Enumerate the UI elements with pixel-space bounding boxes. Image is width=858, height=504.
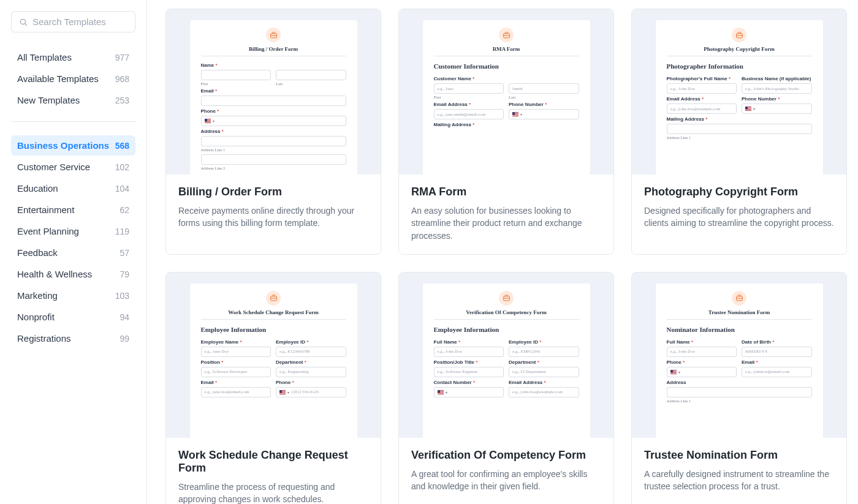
- form-field-label: Photographer's Full Name *: [667, 76, 737, 81]
- nav-item[interactable]: All Templates977: [11, 47, 135, 67]
- form-field-label: Mailing Address *: [667, 116, 812, 122]
- form-field-label: Business Name (if applicable): [742, 76, 812, 81]
- form-preview: Photography Copyright FormPhotographer I…: [656, 20, 823, 175]
- form-preview: Trustee Nomination FormNominator Informa…: [656, 284, 823, 438]
- form-field-label: Phone *: [276, 380, 346, 385]
- template-card[interactable]: Billing / Order FormName *FirstLastEmail…: [165, 9, 381, 255]
- form-field-label: Employee ID *: [276, 339, 346, 345]
- card-body: Verification Of Competency FormA great t…: [399, 438, 613, 504]
- nav-item[interactable]: Registrations99: [11, 328, 135, 348]
- template-card[interactable]: Photography Copyright FormPhotographer I…: [631, 9, 847, 255]
- briefcase-icon: [499, 28, 514, 42]
- form-field-input: ▾ (201) 555-0123: [276, 387, 346, 397]
- form-field-input: ▾: [434, 387, 504, 397]
- form-field-input: e.g., EMP12345: [509, 347, 579, 357]
- card-description: A carefully designed instrument to strea…: [644, 468, 834, 493]
- form-field-input: [201, 70, 271, 80]
- template-card[interactable]: RMA FormCustomer InformationCustomer Nam…: [398, 9, 614, 255]
- nav-item[interactable]: Education104: [11, 178, 135, 198]
- search-input[interactable]: [32, 17, 127, 27]
- form-field-input: e.g., John Doe: [667, 83, 737, 94]
- nav-item[interactable]: Customer Service102: [11, 157, 135, 177]
- card-title: RMA Form: [411, 186, 601, 198]
- briefcase-icon: [266, 28, 281, 42]
- form-field-sublabel: First: [434, 95, 504, 99]
- nav-item-count: 568: [115, 141, 129, 151]
- form-preview-section: Customer Information: [434, 62, 579, 70]
- card-body: RMA FormAn easy solution for businesses …: [399, 175, 613, 254]
- form-field-label: Email *: [201, 380, 271, 385]
- search-icon: [19, 17, 28, 27]
- form-field-input: [201, 96, 346, 106]
- nav-item[interactable]: Marketing103: [11, 285, 135, 306]
- nav-item[interactable]: Nonprofit94: [11, 307, 135, 327]
- nav-item[interactable]: Entertainment62: [11, 200, 135, 220]
- form-preview-title: Trustee Nomination Form: [667, 309, 812, 315]
- nav-item[interactable]: Available Templates968: [11, 69, 135, 89]
- form-field-input: e.g., John's Photography Studio: [742, 83, 812, 94]
- form-field-label: Employee Name *: [201, 339, 271, 345]
- form-field-input: e.g., jane.smith@email.com: [434, 109, 504, 119]
- form-field-label: Position/Job Title *: [434, 359, 504, 365]
- form-field-label: Date of Birth *: [742, 339, 812, 345]
- briefcase-icon: [732, 291, 746, 306]
- form-preview: Work Schedule Change Request FormEmploye…: [190, 284, 357, 438]
- card-title: Verification Of Competency Form: [411, 449, 601, 462]
- card-body: Billing / Order FormReceive payments onl…: [166, 175, 381, 242]
- nav-item-label: Feedback: [17, 247, 58, 258]
- nav-item[interactable]: Health & Wellness79: [11, 264, 135, 284]
- template-card[interactable]: Verification Of Competency FormEmployee …: [398, 272, 614, 504]
- template-card[interactable]: Work Schedule Change Request FormEmploye…: [165, 272, 381, 504]
- search-box[interactable]: [11, 11, 135, 32]
- briefcase-icon: [499, 291, 514, 306]
- card-description: Receive payments online directly through…: [178, 205, 368, 230]
- form-field-input: e.g., IT Department: [509, 367, 579, 377]
- card-description: Streamline the process of requesting and…: [178, 481, 368, 504]
- form-field-input: e.g., johndoe@email.com: [742, 367, 812, 377]
- form-field-label: Mailing Address *: [434, 122, 579, 127]
- form-field-input: e.g., john.doe@example.com: [667, 103, 737, 114]
- form-field-sublabel: Address Line 1: [201, 148, 346, 152]
- form-field-label: Phone *: [667, 359, 737, 365]
- form-preview: Verification Of Competency FormEmployee …: [423, 284, 590, 438]
- form-field-input: Smith: [509, 83, 579, 94]
- sidebar: All Templates977Available Templates968Ne…: [0, 0, 147, 504]
- form-field-input: ▾: [742, 103, 812, 114]
- form-preview-title: Verification Of Competency Form: [434, 309, 579, 315]
- form-field-label: Address *: [201, 129, 346, 134]
- svg-line-1: [25, 23, 27, 25]
- form-field-label: Email Address *: [434, 102, 504, 107]
- nav-item-count: 99: [120, 334, 129, 344]
- nav-item[interactable]: New Templates253: [11, 90, 135, 110]
- form-field-label: Department *: [509, 359, 579, 365]
- nav-item-label: All Templates: [17, 52, 72, 62]
- form-field-label: Email Address *: [509, 380, 579, 385]
- form-field-label: Full Name *: [667, 339, 737, 345]
- nav-item[interactable]: Event Planning119: [11, 221, 135, 241]
- nav-item-label: Customer Service: [17, 162, 90, 172]
- form-field-input: e.g., John Doe: [667, 347, 737, 357]
- form-field-label: Full Name *: [434, 339, 504, 345]
- form-field-label: Employee ID *: [509, 339, 579, 345]
- briefcase-icon: [266, 291, 281, 306]
- template-card[interactable]: Trustee Nomination FormNominator Informa…: [631, 272, 847, 504]
- form-field-input: [667, 124, 812, 134]
- nav-item[interactable]: Feedback57: [11, 243, 135, 263]
- nav-item-count: 103: [115, 291, 129, 301]
- form-field-input: [667, 387, 812, 397]
- form-preview-title: RMA Form: [434, 46, 579, 52]
- nav-item[interactable]: Business Operations568: [11, 135, 135, 156]
- form-field-label: Position *: [201, 359, 271, 365]
- card-title: Trustee Nomination Form: [644, 449, 834, 462]
- form-field-input: ▾: [201, 116, 346, 126]
- form-field-input: e.g., Software Developer: [201, 367, 271, 377]
- form-field-label: Contact Number *: [434, 380, 504, 385]
- form-field-input: [201, 136, 346, 146]
- nav-item-count: 253: [115, 96, 129, 105]
- card-body: Photography Copyright FormDesigned speci…: [632, 175, 846, 242]
- card-title: Photography Copyright Form: [644, 186, 834, 198]
- nav-item-count: 79: [120, 269, 129, 279]
- nav-primary: All Templates977Available Templates968Ne…: [11, 45, 135, 122]
- form-field-input: e.g., Software Engineer: [434, 367, 504, 377]
- form-field-input: MM/DD/YY: [742, 347, 812, 357]
